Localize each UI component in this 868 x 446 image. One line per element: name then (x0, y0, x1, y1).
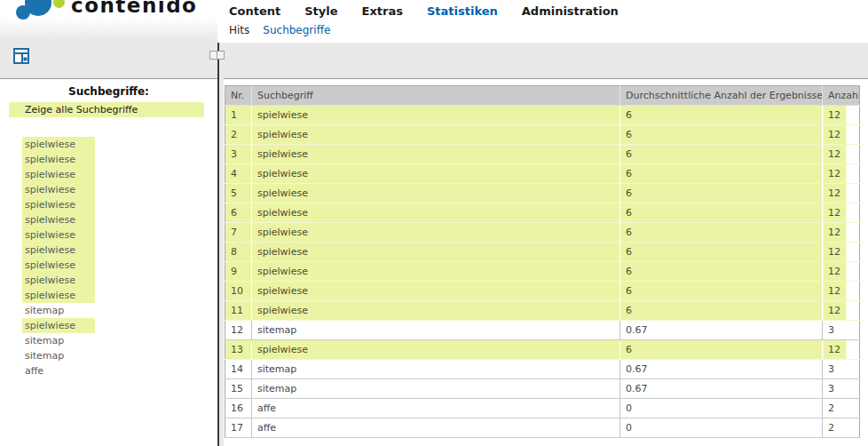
show-all-search-terms-link[interactable]: Zeige alle Suchbegriffe (9, 102, 204, 117)
table-row[interactable]: 16affe02 (225, 399, 860, 418)
sidebar-term-link[interactable]: affe (22, 363, 95, 378)
sidebar-term-link[interactable]: spielwiese (22, 258, 95, 273)
subnav-item-suchbegriffe[interactable]: Suchbegriffe (263, 24, 330, 36)
table-row[interactable]: 13spielwiese612 (225, 340, 860, 360)
col-header-2: Durchschnittliche Anzahl der Ergebnisse (620, 86, 823, 106)
cell-term: affe (252, 399, 620, 418)
subnav-item-hits[interactable]: Hits (229, 24, 249, 36)
cell-nr: 8 (225, 243, 252, 262)
table-row[interactable]: 9spielwiese612 (225, 262, 860, 282)
table-row[interactable]: 11spielwiese612 (225, 301, 860, 321)
cell-nr: 12 (225, 321, 252, 340)
nav-item-statistiken[interactable]: Statistiken (427, 4, 498, 18)
cell-count: 3 (823, 379, 860, 399)
cell-count: 12 (823, 145, 860, 164)
cell-term: spielwiese (252, 262, 620, 282)
layout-frame-icon[interactable] (13, 48, 29, 64)
sidebar-term-link[interactable]: spielwiese (22, 318, 95, 333)
search-terms-sidebar: Suchbegriffe: Zeige alle Suchbegriffe sp… (0, 80, 217, 446)
main-nav: ContentStyleExtrasStatistikenAdministrat… (229, 0, 619, 39)
nav-item-administration[interactable]: Administration (522, 4, 619, 18)
splitter-collapse-right-icon[interactable] (217, 51, 225, 60)
table-row[interactable]: 17affe02 (225, 418, 860, 438)
sidebar-term-link[interactable]: spielwiese (22, 182, 95, 197)
cell-nr: 3 (225, 145, 252, 164)
table-row[interactable]: 8spielwiese612 (225, 243, 860, 262)
cell-term: affe (252, 418, 620, 438)
cell-nr: 14 (225, 360, 252, 379)
cell-term: spielwiese (252, 340, 620, 360)
sidebar-term-link[interactable]: spielwiese (22, 243, 95, 258)
cell-nr: 7 (225, 223, 252, 243)
cell-term: sitemap (252, 360, 620, 379)
table-row[interactable]: 5spielwiese612 (225, 184, 860, 203)
cell-avg: 6 (620, 125, 823, 145)
cell-avg: 6 (620, 223, 823, 243)
search-term-list: spielwiesespielwiesespielwiesespielwiese… (22, 137, 217, 378)
table-row[interactable]: 2spielwiese612 (225, 125, 860, 145)
table-row[interactable]: 15sitemap0.673 (225, 379, 860, 399)
contenido-app: contenido ContentStyleExtrasStatistikenA… (0, 0, 868, 446)
frame-splitter[interactable] (217, 43, 219, 446)
cell-term: spielwiese (252, 203, 620, 223)
cell-nr: 1 (225, 106, 252, 125)
cell-avg: 6 (620, 145, 823, 164)
cell-term: spielwiese (252, 223, 620, 243)
cell-avg: 0.67 (620, 379, 823, 399)
cell-avg: 6 (620, 340, 823, 360)
cell-nr: 13 (225, 340, 252, 360)
cell-avg: 6 (620, 184, 823, 203)
nav-item-content[interactable]: Content (229, 4, 280, 18)
cell-count: 12 (823, 106, 860, 125)
sidebar-term-link[interactable]: sitemap (22, 348, 95, 363)
logo-circle-small (16, 5, 30, 20)
cell-count: 12 (823, 223, 860, 243)
statistics-content: Nr.SuchbegriffDurchschnittliche Anzahl d… (224, 79, 868, 446)
cell-avg: 6 (620, 282, 823, 301)
cell-nr: 4 (225, 164, 252, 184)
cell-term: spielwiese (252, 145, 620, 164)
sidebar-term-link[interactable]: spielwiese (22, 137, 95, 152)
cell-nr: 10 (225, 282, 252, 301)
sidebar-toolbar (0, 43, 217, 79)
nav-item-style[interactable]: Style (304, 4, 337, 18)
sidebar-term-link[interactable]: spielwiese (22, 167, 95, 182)
app-logo: contenido (0, 0, 217, 43)
sidebar-term-link[interactable]: spielwiese (22, 197, 95, 212)
table-row[interactable]: 4spielwiese612 (225, 164, 860, 184)
cell-avg: 6 (620, 203, 823, 223)
col-header-1: Suchbegriff (252, 86, 620, 106)
top-header: contenido ContentStyleExtrasStatistikenA… (0, 0, 868, 43)
sidebar-term-link[interactable]: sitemap (22, 333, 95, 348)
cell-count: 12 (823, 282, 860, 301)
cell-avg: 0 (620, 399, 823, 418)
table-row[interactable]: 6spielwiese612 (225, 203, 860, 223)
cell-nr: 16 (225, 399, 252, 418)
sidebar-term-link[interactable]: spielwiese (22, 212, 95, 227)
table-row[interactable]: 1spielwiese612 (225, 106, 860, 125)
table-header-row: Nr.SuchbegriffDurchschnittliche Anzahl d… (225, 86, 860, 106)
splitter-collapse-left-icon[interactable] (209, 51, 217, 60)
sidebar-term-link[interactable]: sitemap (22, 303, 95, 318)
table-row[interactable]: 3spielwiese612 (225, 145, 860, 164)
sidebar-term-link[interactable]: spielwiese (22, 288, 95, 303)
splitter-handle[interactable] (209, 51, 225, 60)
table-row[interactable]: 12sitemap0.673 (225, 321, 860, 340)
cell-nr: 9 (225, 262, 252, 282)
table-row[interactable]: 14sitemap0.673 (225, 360, 860, 379)
sidebar-term-link[interactable]: spielwiese (22, 152, 95, 167)
sidebar-term-link[interactable]: spielwiese (22, 273, 95, 288)
cell-nr: 11 (225, 301, 252, 321)
search-terms-table: Nr.SuchbegriffDurchschnittliche Anzahl d… (225, 85, 860, 438)
col-header-0: Nr. (225, 86, 252, 106)
cell-term: spielwiese (252, 106, 620, 125)
table-row[interactable]: 7spielwiese612 (225, 223, 860, 243)
table-row[interactable]: 10spielwiese612 (225, 282, 860, 301)
nav-item-extras[interactable]: Extras (362, 4, 403, 18)
cell-count: 12 (823, 340, 860, 360)
sidebar-term-link[interactable]: spielwiese (22, 227, 95, 243)
cell-avg: 6 (620, 164, 823, 184)
main-nav-row: ContentStyleExtrasStatistikenAdministrat… (229, 0, 619, 21)
cell-term: spielwiese (252, 301, 620, 321)
sub-nav-row: HitsSuchbegriffe (229, 21, 619, 39)
